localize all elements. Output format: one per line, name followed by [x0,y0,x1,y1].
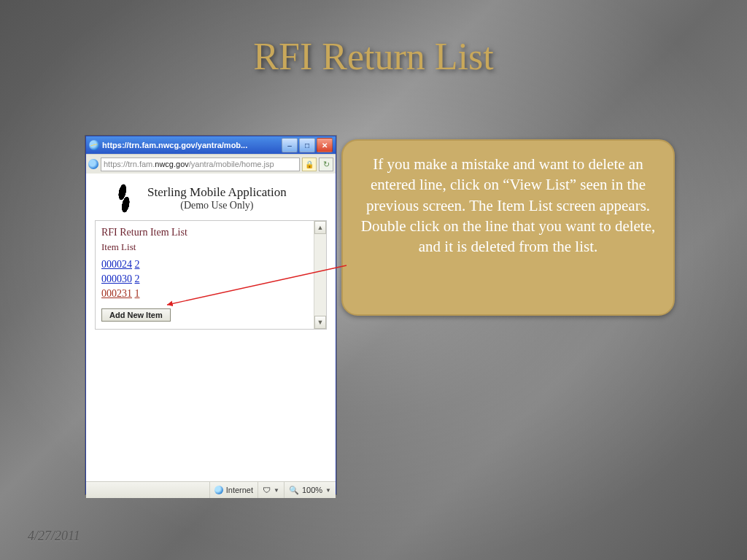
shield-icon: 🛡 [263,486,271,494]
item-qty-link[interactable]: 1 [135,288,140,299]
zoom-icon: 🔍 [289,486,299,495]
protected-mode[interactable]: 🛡▼ [258,482,284,498]
scroll-up-button[interactable]: ▲ [314,221,326,234]
app-subtitle: (Demo Use Only) [180,200,253,211]
instruction-callout: If you make a mistake and want to delete… [341,139,675,316]
url-post: /yantra/mobile/home.jsp [189,160,274,168]
status-bar: Internet 🛡▼ 🔍100%▼ [86,481,336,498]
security-zone: Internet [209,482,258,498]
chevron-down-icon: ▼ [274,487,279,494]
maximize-button[interactable]: □ [299,138,315,152]
browser-title-text: https://trn.fam.nwcg.gov/yantra/mob... [102,141,282,149]
zoom-control[interactable]: 🔍100%▼ [284,482,336,498]
item-id-link[interactable]: 000231 [101,288,132,299]
close-button[interactable]: ✕ [317,138,333,152]
app-title-block: Sterling Mobile Application (Demo Use On… [147,185,287,211]
url-pre: https://trn.fam. [104,160,155,168]
sterling-logo-icon [112,182,136,214]
zone-label: Internet [226,486,253,494]
item-rows: 000024 2000030 2000231 1 [101,257,320,301]
url-field[interactable]: https://trn.fam.nwcg.gov/yantra/mobile/h… [101,158,300,171]
address-bar: https://trn.fam.nwcg.gov/yantra/mobile/h… [86,154,336,174]
list-item[interactable]: 000231 1 [101,287,320,301]
panel-subtitle: Item List [101,241,320,253]
minimize-button[interactable]: – [282,138,298,152]
ie-icon [89,140,99,150]
item-qty-link[interactable]: 2 [135,259,140,270]
slide-title: RFI Return List [0,35,747,78]
add-new-item-button[interactable]: Add New Item [101,308,171,322]
lock-icon: 🔒 [302,158,317,171]
browser-window: https://trn.fam.nwcg.gov/yantra/mob... –… [85,136,336,494]
item-qty-link[interactable]: 2 [135,273,140,284]
app-header: Sterling Mobile Application (Demo Use On… [86,174,336,216]
list-item[interactable]: 000030 2 [101,272,320,287]
slide: RFI Return List https://trn.fam.nwcg.gov… [0,0,747,560]
url-host: nwcg.gov [155,160,188,168]
browser-titlebar: https://trn.fam.nwcg.gov/yantra/mob... –… [86,136,336,154]
chevron-down-icon: ▼ [325,487,331,494]
list-item[interactable]: 000024 2 [101,257,320,272]
item-list-panel: RFI Return Item List Item List 000024 20… [95,220,327,330]
app-title: Sterling Mobile Application [147,185,287,200]
ie-page-icon [88,159,98,169]
item-id-link[interactable]: 000024 [101,259,132,270]
window-buttons: – □ ✕ [282,138,333,152]
callout-text: If you make a mistake and want to delete… [361,155,656,255]
page-body: Sterling Mobile Application (Demo Use On… [86,174,336,481]
item-id-link[interactable]: 000030 [101,273,132,284]
zoom-label: 100% [302,486,322,494]
slide-date: 4/27/2011 [28,529,80,544]
refresh-button[interactable]: ↻ [319,158,333,171]
panel-title: RFI Return Item List [101,227,320,238]
scroll-down-button[interactable]: ▼ [314,316,326,329]
panel-scrollbar[interactable]: ▲ ▼ [314,221,326,329]
globe-icon [214,486,223,494]
